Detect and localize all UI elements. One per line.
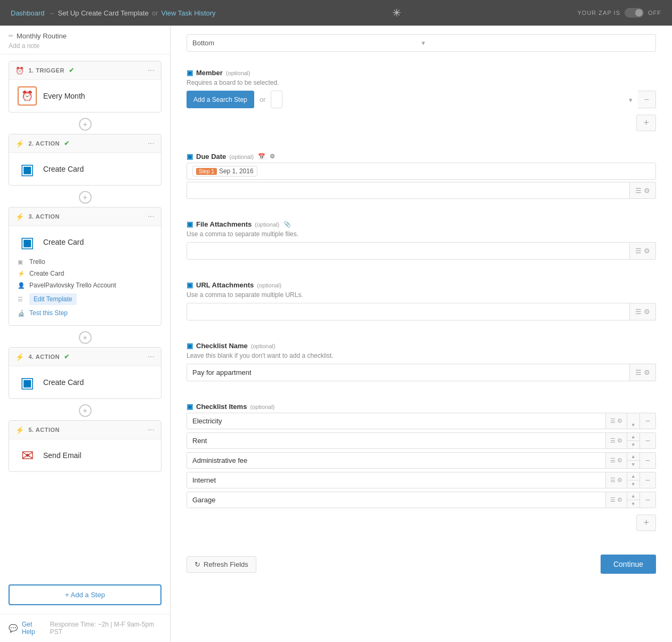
checklist-item-minus-btn-3[interactable]: − xyxy=(640,472,656,488)
continue-btn[interactable]: Continue xyxy=(601,555,656,574)
detail-action: ⚡ Create Card xyxy=(18,268,152,279)
checklist-name-input[interactable] xyxy=(187,364,630,381)
due-date-optional: (optional) xyxy=(229,154,254,160)
nav-zap-label: YOUR ZAP IS xyxy=(578,10,620,16)
step-3-main[interactable]: ▣ Create Card xyxy=(18,232,84,252)
checklist-item-minus-btn-1[interactable]: − xyxy=(640,432,656,449)
detail-test[interactable]: 🔬 Test this Step xyxy=(18,307,152,319)
arrow-down-4[interactable]: ▼ xyxy=(627,500,639,508)
member-or-text: or xyxy=(254,91,271,108)
checklist-name-description: Leave this blank if you don't want to ad… xyxy=(187,352,656,359)
checklist-item-minus-btn-0[interactable]: − xyxy=(640,413,656,429)
member-select[interactable] xyxy=(271,91,282,108)
checklist-btn-group-3: ☰ ⚙ ▲▼ − xyxy=(606,472,656,488)
step-3-details: ▣ Trello ⚡ Create Card 👤 PavelPavlovsky … xyxy=(18,256,152,319)
checklist-item-minus-btn-4[interactable]: − xyxy=(640,492,656,508)
arrow-up-2[interactable]: ▲ xyxy=(627,453,639,461)
step-card-4: ⚡ 4. ACTION ✔ ··· ▣ Create Card xyxy=(9,347,161,399)
step-4-label: 4. ACTION xyxy=(29,354,60,360)
member-optional: (optional) xyxy=(226,70,250,76)
add-between-4-5-btn[interactable]: + xyxy=(79,404,92,417)
member-trello-icon: ▣ xyxy=(187,69,193,77)
checklist-item-format-btn-4[interactable]: ☰ ⚙ xyxy=(606,492,627,508)
checklist-name-format-btn[interactable]: ☰ ⚙ xyxy=(630,364,656,381)
nav-dashboard-link[interactable]: Dashboard xyxy=(11,9,45,17)
person-detail-icon: 👤 xyxy=(18,282,25,289)
test-step-link[interactable]: Test this Step xyxy=(29,309,68,317)
arrow-down-1[interactable]: ▼ xyxy=(627,441,639,448)
checklist-item-input-2[interactable] xyxy=(187,452,606,469)
file-format-btn[interactable]: ☰ ⚙ xyxy=(630,242,656,260)
file-description: Use a comma to separate multiple files. xyxy=(187,230,656,238)
checklist-item-format-btn-2[interactable]: ☰ ⚙ xyxy=(606,452,627,469)
arrow-up-3[interactable]: ▲ xyxy=(627,472,639,480)
step-1-check-icon: ✔ xyxy=(69,67,75,74)
edit-template-link[interactable]: Edit Template xyxy=(29,293,77,305)
step-2-more-btn[interactable]: ··· xyxy=(148,139,155,148)
step-4-header: ⚡ 4. ACTION ✔ ··· xyxy=(9,348,161,366)
checklist-items-label: Checklist Items xyxy=(196,403,247,411)
checklist-item-row: ☰ ⚙ ▲▼ − xyxy=(187,492,656,508)
add-step-button[interactable]: + Add a Step xyxy=(9,584,161,605)
member-minus-btn[interactable]: − xyxy=(638,91,656,108)
nav-or: or xyxy=(152,9,158,17)
nav-history-link[interactable]: View Task History xyxy=(161,9,215,17)
step-4-more-btn[interactable]: ··· xyxy=(148,352,155,362)
list-detail-icon: ☰ xyxy=(18,296,25,303)
get-help-link[interactable]: Get Help xyxy=(22,621,46,636)
checklist-items-plus-btn[interactable]: + xyxy=(636,515,656,531)
step-5-header: ⚡ 5. ACTION ··· xyxy=(9,421,161,439)
calendar-icon: 📅 xyxy=(258,153,265,160)
zap-toggle[interactable] xyxy=(625,8,644,18)
step-3-header: ⚡ 3. ACTION ··· xyxy=(9,207,161,226)
detail-edit-template[interactable]: ☰ Edit Template xyxy=(18,291,152,307)
url-input[interactable] xyxy=(187,303,630,320)
url-format-btn[interactable]: ☰ ⚙ xyxy=(630,303,656,320)
due-date-format-btn[interactable]: ☰ ⚙ xyxy=(630,182,656,199)
steps-container: ⏰ 1. TRIGGER ✔ ··· ⏰ Every Month + xyxy=(0,54,170,580)
add-between-2-3-btn[interactable]: + xyxy=(79,191,92,204)
due-date-input[interactable] xyxy=(187,182,630,199)
add-between-1-2-btn[interactable]: + xyxy=(79,118,92,131)
member-plus-btn[interactable]: + xyxy=(636,115,656,131)
checklist-name-label: Checklist Name xyxy=(196,342,248,350)
refresh-fields-btn[interactable]: ↻ Refresh Fields xyxy=(187,556,256,573)
step-3-more-btn[interactable]: ··· xyxy=(148,212,155,221)
arrow-up-1[interactable]: ▲ xyxy=(627,433,639,441)
connector-2: + xyxy=(9,188,161,207)
step-1-body[interactable]: ⏰ Every Month xyxy=(9,80,161,112)
step-4-body[interactable]: ▣ Create Card xyxy=(9,366,161,398)
member-field: ▣ Member (optional) Requires a board to … xyxy=(187,60,656,131)
file-input[interactable] xyxy=(187,242,630,260)
nav-center-icon: ✳ xyxy=(392,6,401,19)
position-dropdown[interactable]: Bottom ▾ xyxy=(187,34,656,52)
add-between-3-4-btn[interactable]: + xyxy=(79,331,92,344)
checklist-item-input-0[interactable] xyxy=(187,413,606,429)
step-5-body[interactable]: ✉ Send Email xyxy=(9,439,161,471)
step-4-check-icon: ✔ xyxy=(64,353,70,360)
step-5-more-btn[interactable]: ··· xyxy=(148,425,155,435)
checklist-item-minus-btn-2[interactable]: − xyxy=(640,452,656,469)
arrow-down-0[interactable]: ▼ xyxy=(627,421,639,429)
url-label: URL Attachments xyxy=(196,281,254,289)
checklist-item-input-1[interactable] xyxy=(187,432,606,449)
step-2-label: 2. ACTION xyxy=(29,140,60,147)
checklist-item-format-btn-3[interactable]: ☰ ⚙ xyxy=(606,472,627,488)
checklist-item-input-3[interactable] xyxy=(187,472,606,488)
checklist-item-input-4[interactable] xyxy=(187,492,606,508)
pencil-icon: ✏ xyxy=(9,33,13,39)
checklist-item-format-btn-0[interactable]: ☰ ⚙ xyxy=(606,413,627,429)
arrow-down-3[interactable]: ▼ xyxy=(627,480,639,488)
step-1-more-btn[interactable]: ··· xyxy=(148,66,155,75)
add-search-step-btn[interactable]: Add a Search Step xyxy=(187,91,254,108)
step-3-label: 3. ACTION xyxy=(29,213,60,220)
checklist-item-format-btn-1[interactable]: ☰ ⚙ xyxy=(606,432,627,449)
arrow-up-4[interactable]: ▲ xyxy=(627,492,639,500)
add-note-label[interactable]: Add a note xyxy=(9,42,161,50)
step-5-name: Send Email xyxy=(43,451,82,460)
step-2-body[interactable]: ▣ Create Card xyxy=(9,153,161,185)
main-layout: ✏ Monthly Routine Add a note ⏰ 1. TRIGGE… xyxy=(0,26,672,642)
step-card-5: ⚡ 5. ACTION ··· ✉ Send Email xyxy=(9,420,161,472)
file-info-icon: 📎 xyxy=(284,221,291,228)
arrow-down-2[interactable]: ▼ xyxy=(627,461,639,468)
